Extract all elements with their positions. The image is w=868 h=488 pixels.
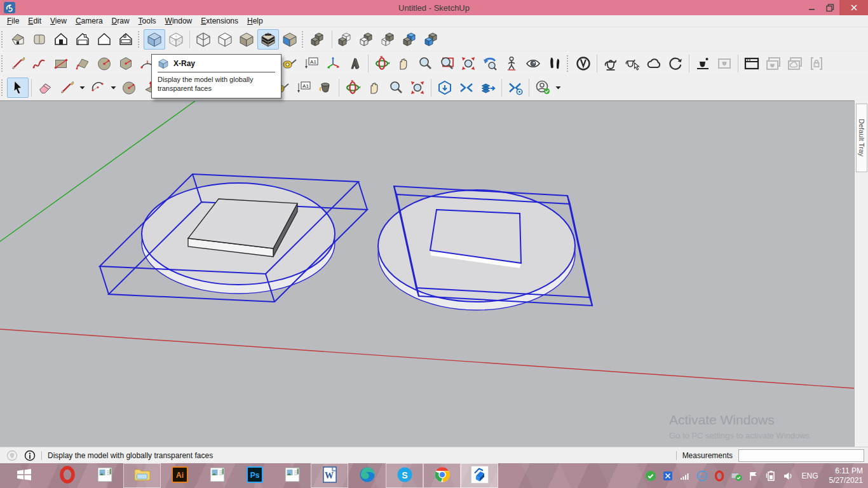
vray-lock-camera-button[interactable] <box>806 53 827 74</box>
tray-dell[interactable]: DELL <box>696 470 708 482</box>
tray-app-x[interactable] <box>662 470 674 482</box>
circle-tool-button[interactable] <box>93 53 115 74</box>
taskbar-skype[interactable]: S <box>386 463 423 488</box>
right-view-button[interactable] <box>72 29 93 50</box>
pan-tool-2-button[interactable] <box>363 78 385 98</box>
vray-render-button[interactable] <box>600 53 621 74</box>
menu-view[interactable]: View <box>46 16 71 26</box>
line-tool-2-dropdown[interactable] <box>78 78 87 98</box>
tray-opera[interactable] <box>714 470 725 482</box>
line-tool-button[interactable] <box>7 53 29 74</box>
vray-render-interactive-button[interactable] <box>621 53 643 74</box>
tray-antivirus[interactable] <box>645 470 656 482</box>
measurements-input[interactable] <box>738 449 864 462</box>
vray-render-last-button[interactable] <box>692 53 714 74</box>
model-viewport[interactable]: Activate Windows Go to PC settings to ac… <box>0 100 854 447</box>
zoom-extents-tool-button[interactable] <box>458 53 479 74</box>
components-edit-button[interactable] <box>308 29 329 50</box>
menu-file[interactable]: File <box>3 16 24 26</box>
components-replace-button[interactable] <box>421 29 443 50</box>
walk-tool-button[interactable] <box>544 53 566 74</box>
start-button[interactable] <box>0 463 48 488</box>
taskbar-word[interactable]: W <box>311 463 348 488</box>
arc-tool-2-button[interactable] <box>87 78 109 98</box>
dimension-tool-button[interactable]: A1 <box>301 53 322 74</box>
position-camera-tool-button[interactable] <box>501 53 522 74</box>
taskbar-opera[interactable] <box>48 463 86 488</box>
components-hide-similar-button[interactable] <box>356 29 378 50</box>
vray-cloud-buffer-button[interactable] <box>784 53 806 74</box>
shaded-with-textures-mode-button[interactable] <box>257 29 279 50</box>
account-button[interactable] <box>532 78 553 98</box>
restore-button[interactable] <box>821 0 839 15</box>
vray-batch-render-button[interactable] <box>763 53 784 74</box>
taskbar-photoshop[interactable]: Ps <box>236 463 273 488</box>
xray-mode-button[interactable] <box>144 29 165 50</box>
vray-asset-editor-button[interactable] <box>573 53 594 74</box>
vray-scene-sync-button[interactable] <box>665 53 686 74</box>
orbit-tool-button[interactable] <box>371 53 393 74</box>
geolocation-icon[interactable] <box>6 450 18 461</box>
vray-viewport-render-button[interactable] <box>714 53 735 74</box>
wireframe-mode-button[interactable] <box>193 29 214 50</box>
tray-action-center-flag[interactable] <box>748 470 759 482</box>
rectangle-tool-button[interactable] <box>50 53 72 74</box>
zoom-tool-2-button[interactable] <box>385 78 407 98</box>
taskbar-edge[interactable] <box>348 463 386 488</box>
components-select-button[interactable] <box>400 29 421 50</box>
orbit-tool-2-button[interactable] <box>342 78 363 98</box>
tape-measure-tool-button[interactable] <box>279 53 301 74</box>
taskbar-illustrator[interactable]: Ai <box>161 463 198 488</box>
arc-tool-2-dropdown[interactable] <box>109 78 118 98</box>
extension-manager-button[interactable] <box>505 78 526 98</box>
taskbar-document-app-2[interactable] <box>198 463 236 488</box>
line-tool-2-button[interactable] <box>56 78 78 98</box>
previous-view-button[interactable] <box>479 53 501 74</box>
menu-tools[interactable]: Tools <box>134 16 161 26</box>
account-dropdown[interactable] <box>553 78 563 98</box>
3d-text-tool-button[interactable] <box>344 53 365 74</box>
top-view-button[interactable] <box>29 29 50 50</box>
eraser-tool-button[interactable] <box>34 78 56 98</box>
vray-frame-buffer-button[interactable] <box>741 53 763 74</box>
trimble-download-button[interactable] <box>434 78 456 98</box>
minimize-button[interactable] <box>803 0 821 15</box>
pan-tool-button[interactable] <box>393 53 414 74</box>
language-indicator[interactable]: ENG <box>802 471 818 480</box>
menu-edit[interactable]: Edit <box>24 16 46 26</box>
polygon-tool-button[interactable] <box>115 53 137 74</box>
info-icon[interactable] <box>24 450 36 461</box>
menu-help[interactable]: Help <box>243 16 268 26</box>
taskbar-file-explorer[interactable] <box>123 463 161 488</box>
zoom-tool-button[interactable] <box>414 53 436 74</box>
select-tool-button[interactable] <box>7 78 29 98</box>
taskbar-photo-viewer[interactable] <box>86 463 123 488</box>
menu-extensions[interactable]: Extensions <box>196 16 243 26</box>
look-around-tool-button[interactable] <box>522 53 544 74</box>
menu-draw[interactable]: Draw <box>107 16 134 26</box>
menu-window[interactable]: Window <box>161 16 197 26</box>
tray-signal[interactable] <box>679 470 691 482</box>
trimble-publish-button[interactable] <box>477 78 499 98</box>
tray-update-ok[interactable] <box>731 470 742 482</box>
paint-bucket-tool-button[interactable] <box>315 78 336 98</box>
components-show-rest-button[interactable] <box>378 29 400 50</box>
vray-render-cloud-button[interactable] <box>643 53 665 74</box>
shapes-tool-button[interactable] <box>118 78 140 98</box>
zoom-extents-tool-2-button[interactable] <box>407 78 428 98</box>
axes-tool-button[interactable] <box>322 53 344 74</box>
rotated-rectangle-tool-button[interactable] <box>72 53 93 74</box>
components-hide-rest-button[interactable] <box>335 29 356 50</box>
left-view-button[interactable] <box>115 29 137 50</box>
monochrome-mode-button[interactable] <box>279 29 301 50</box>
hidden-line-mode-button[interactable] <box>214 29 236 50</box>
taskbar-sketchup[interactable] <box>461 463 498 488</box>
zoom-window-tool-button[interactable] <box>436 53 458 74</box>
trimble-sync-button[interactable] <box>456 78 477 98</box>
back-view-button[interactable] <box>93 29 115 50</box>
default-tray-tab[interactable]: Default Tray <box>856 104 867 172</box>
front-view-button[interactable] <box>50 29 72 50</box>
text-tool-button[interactable]: A1 <box>293 78 315 98</box>
taskbar-chrome[interactable] <box>423 463 461 488</box>
taskbar-clock[interactable]: 6:11 PM 5/27/2021 <box>829 466 863 485</box>
